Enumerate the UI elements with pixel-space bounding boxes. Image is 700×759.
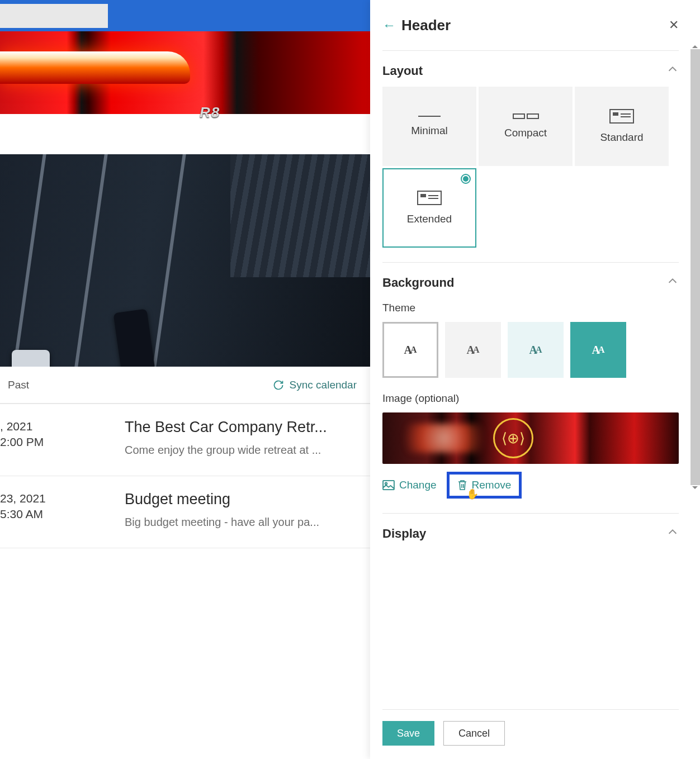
svg-rect-0 xyxy=(383,481,394,490)
event-date: 23, 2021 xyxy=(0,491,125,506)
cursor-icon: ✋ xyxy=(466,488,479,500)
extended-icon xyxy=(417,191,442,205)
cancel-button[interactable]: Cancel xyxy=(443,721,505,746)
theme-option-gray[interactable]: AA xyxy=(445,322,501,378)
chevron-up-icon[interactable] xyxy=(666,63,679,79)
display-section: Display xyxy=(382,513,679,547)
change-label: Change xyxy=(399,479,437,491)
theme-label: Theme xyxy=(382,302,679,314)
header-settings-panel: ← Header ✕ Layout Minimal Compact xyxy=(370,0,700,759)
event-time: 5:30 AM xyxy=(0,506,125,522)
event-desc: Big budget meeting - have all your pa... xyxy=(125,516,359,529)
section-title: Background xyxy=(382,276,454,290)
save-button[interactable]: Save xyxy=(382,721,434,746)
event-item[interactable]: , 2021 2:00 PM The Best Car Company Retr… xyxy=(0,404,370,476)
layout-option-compact[interactable]: Compact xyxy=(479,87,573,166)
layout-option-minimal[interactable]: Minimal xyxy=(382,87,476,166)
standard-icon xyxy=(609,109,634,124)
background-section: Background Theme AA AA AA AA Image (opti… xyxy=(382,262,679,513)
theme-option-strong[interactable]: AA xyxy=(570,322,626,378)
event-title: Budget meeting xyxy=(125,491,359,508)
hero-image xyxy=(0,154,370,367)
option-label: Extended xyxy=(407,213,452,225)
event-desc: Come enjoy the group wide retreat at ... xyxy=(125,444,359,457)
theme-option-light[interactable]: AA xyxy=(382,322,438,378)
theme-option-soft[interactable]: AA xyxy=(508,322,564,378)
site-banner: R8 xyxy=(0,31,370,114)
events-list: , 2021 2:00 PM The Best Car Company Retr… xyxy=(0,404,370,548)
event-title: The Best Car Company Retr... xyxy=(125,419,359,436)
sync-icon xyxy=(273,380,284,391)
banner-badge: R8 xyxy=(200,104,220,121)
chevron-up-icon[interactable] xyxy=(666,275,679,291)
focal-point-icon[interactable]: ⟨⊕⟩ xyxy=(493,418,533,458)
option-label: Minimal xyxy=(411,125,447,137)
compact-icon xyxy=(513,113,539,119)
option-label: Standard xyxy=(600,131,643,144)
layout-section: Layout Minimal Compact Standard xyxy=(382,50,679,262)
section-title: Display xyxy=(382,526,426,541)
change-image-button[interactable]: Change xyxy=(382,479,437,491)
remove-image-button[interactable]: Remove ✋ xyxy=(447,472,522,499)
sync-label: Sync calendar xyxy=(290,379,357,391)
event-time: 2:00 PM xyxy=(0,434,125,450)
top-bar xyxy=(0,0,370,31)
sync-calendar-button[interactable]: Sync calendar xyxy=(273,379,357,391)
svg-point-1 xyxy=(385,483,387,485)
option-label: Compact xyxy=(504,127,547,139)
page-content: R8 Past Sync calendar , 2021 2:00 PM The… xyxy=(0,0,370,759)
event-item[interactable]: 23, 2021 5:30 AM Budget meeting Big budg… xyxy=(0,476,370,548)
panel-footer: Save Cancel xyxy=(382,709,679,746)
chevron-up-icon[interactable] xyxy=(666,526,679,542)
selected-radio-icon xyxy=(461,174,471,184)
event-date: , 2021 xyxy=(0,419,125,434)
minimal-icon xyxy=(418,116,441,117)
close-button[interactable]: ✕ xyxy=(669,18,679,32)
back-button[interactable]: ← xyxy=(382,17,396,33)
layout-option-standard[interactable]: Standard xyxy=(575,87,669,166)
layout-option-extended[interactable]: Extended xyxy=(382,168,476,248)
events-toolbar: Past Sync calendar xyxy=(0,367,370,404)
past-tab[interactable]: Past xyxy=(8,379,29,391)
image-icon xyxy=(382,480,395,490)
image-label: Image (optional) xyxy=(382,392,679,405)
panel-header: ← Header ✕ xyxy=(382,0,679,50)
search-input[interactable] xyxy=(0,4,108,28)
background-image-preview[interactable]: ⟨⊕⟩ xyxy=(382,412,679,464)
section-title: Layout xyxy=(382,64,423,78)
panel-scrollbar[interactable] xyxy=(690,49,700,485)
panel-title: Header xyxy=(401,17,451,34)
